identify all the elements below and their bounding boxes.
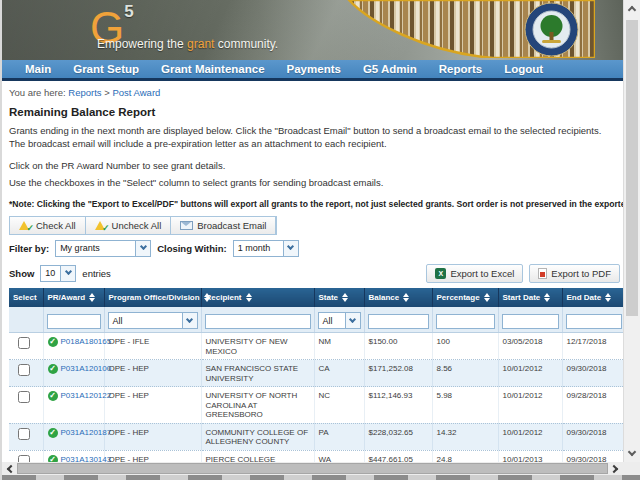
check-all-icon xyxy=(19,220,32,231)
table-filter-row: All All xyxy=(9,307,623,333)
sort-icon[interactable] xyxy=(246,293,252,302)
chevron-down-icon xyxy=(135,241,150,256)
export-to-pdf-button[interactable]: Export to PDF xyxy=(529,264,620,283)
green-check-circle-icon: ✓ xyxy=(48,428,58,438)
nav-reports[interactable]: Reports xyxy=(428,63,493,75)
sort-icon[interactable] xyxy=(605,293,611,302)
percentage-filter-input[interactable] xyxy=(436,314,495,329)
envelope-icon xyxy=(180,221,193,230)
scroll-right-button[interactable] xyxy=(608,466,623,472)
pr-award-filter-input[interactable] xyxy=(47,314,101,329)
filter-by-select[interactable]: My grants xyxy=(55,240,151,257)
breadcrumb-separator: > xyxy=(104,87,110,98)
chevron-right-icon xyxy=(610,464,618,472)
closing-within-select[interactable]: 1 month xyxy=(233,240,299,257)
nav-main[interactable]: Main xyxy=(14,63,62,75)
sort-icon[interactable] xyxy=(403,293,409,302)
recipient-filter-input[interactable] xyxy=(205,314,311,329)
entries-label: entries xyxy=(82,268,111,279)
breadcrumb-link-post-award[interactable]: Post Award xyxy=(112,87,160,98)
header-banner: G5 Empowering the grant community. xyxy=(2,0,623,60)
balance-cell: $150.00 xyxy=(364,333,432,360)
uncheck-all-button[interactable]: Uncheck All xyxy=(86,217,172,234)
pr-award-link[interactable]: P031A130143 xyxy=(61,455,112,462)
breadcrumb-link-reports[interactable]: Reports xyxy=(68,87,101,98)
column-header-end-date[interactable]: End Date xyxy=(562,288,623,307)
scroll-up-button[interactable] xyxy=(624,1,640,16)
column-header-select: Select xyxy=(9,288,43,307)
end-date-filter-input[interactable] xyxy=(566,314,622,329)
balance-cell: $228,032.65 xyxy=(364,423,432,450)
row-checkbox[interactable] xyxy=(18,428,30,440)
sort-icon[interactable] xyxy=(544,293,550,302)
green-check-circle-icon: ✓ xyxy=(48,455,58,462)
export-to-excel-button[interactable]: X Export to Excel xyxy=(426,264,523,283)
program-office-cell: OPE - HEP xyxy=(104,423,201,450)
g5-logo-5: 5 xyxy=(124,2,133,21)
end-date-cell: 09/28/2018 xyxy=(562,387,623,424)
tip-checkboxes: Use the checkboxes in the "Select" colum… xyxy=(9,177,623,188)
select-cell xyxy=(9,360,43,387)
filter-by-label: Filter by: xyxy=(9,243,49,254)
show-label: Show xyxy=(9,268,34,279)
start-date-cell: 10/01/2012 xyxy=(498,360,562,387)
column-header-recipient[interactable]: Recipient xyxy=(201,288,314,307)
row-checkbox[interactable] xyxy=(18,337,30,349)
show-entries-select[interactable]: 10 xyxy=(40,265,76,282)
green-check-circle-icon: ✓ xyxy=(48,337,58,347)
pr-award-link[interactable]: P018A180165 xyxy=(61,337,112,347)
state-cell: PA xyxy=(314,423,364,450)
nav-grant-setup[interactable]: Grant Setup xyxy=(62,63,150,75)
start-date-cell: 10/01/2012 xyxy=(498,423,562,450)
percentage-cell: 24.8 xyxy=(432,450,498,462)
chevron-left-icon xyxy=(7,464,15,472)
pr-award-link[interactable]: P031A120122 xyxy=(61,391,112,401)
nav-grant-maintenance[interactable]: Grant Maintenance xyxy=(150,63,276,75)
pr-award-cell: ✓ P031A120122 xyxy=(43,387,104,424)
scrollbar-corner xyxy=(623,462,640,475)
sort-icon[interactable] xyxy=(89,293,95,302)
column-header-state[interactable]: State xyxy=(314,288,364,307)
row-checkbox[interactable] xyxy=(18,391,30,403)
select-cell xyxy=(9,333,43,360)
page-title: Remaining Balance Report xyxy=(9,106,623,118)
nav-g5-admin[interactable]: G5 Admin xyxy=(352,63,428,75)
sort-icon[interactable] xyxy=(484,293,490,302)
broadcast-email-button[interactable]: Broadcast Email xyxy=(171,217,276,234)
column-header-pr-award[interactable]: PR/Award xyxy=(43,288,104,307)
sort-icon[interactable] xyxy=(342,293,348,302)
start-date-cell: 03/05/2018 xyxy=(498,333,562,360)
state-filter-select[interactable]: All xyxy=(318,312,361,329)
end-date-cell: 09/30/2018 xyxy=(562,450,623,462)
select-cell xyxy=(9,387,43,424)
horizontal-scrollbar[interactable] xyxy=(2,462,623,475)
taskbar-strip xyxy=(2,475,640,480)
check-all-button[interactable]: Check All xyxy=(10,217,86,234)
horizontal-scrollbar-thumb[interactable] xyxy=(17,463,608,474)
pr-award-cell: ✓ P031A120187 xyxy=(43,423,104,450)
nav-logout[interactable]: Logout xyxy=(493,63,554,75)
column-header-percentage[interactable]: Percentage xyxy=(432,288,498,307)
row-checkbox[interactable] xyxy=(18,364,30,376)
chevron-down-icon xyxy=(60,266,75,281)
scroll-down-button[interactable] xyxy=(624,446,640,461)
column-header-program-office[interactable]: Program Office/Division xyxy=(104,288,201,307)
column-header-start-date[interactable]: Start Date xyxy=(498,288,562,307)
start-date-filter-input[interactable] xyxy=(502,314,559,329)
balance-cell: $447,661.05 xyxy=(364,450,432,462)
vertical-scrollbar-thumb[interactable] xyxy=(626,20,638,316)
program-office-filter-select[interactable]: All xyxy=(108,312,198,329)
nav-payments[interactable]: Payments xyxy=(276,63,352,75)
intro-text: Grants ending in the next month are disp… xyxy=(9,124,615,151)
closing-within-label: Closing Within: xyxy=(157,243,227,254)
row-checkbox[interactable] xyxy=(18,455,30,462)
pr-award-link[interactable]: P031A120187 xyxy=(61,428,112,438)
pr-award-link[interactable]: P031A120100 xyxy=(61,364,112,374)
chevron-down-icon xyxy=(345,313,360,328)
vertical-scrollbar[interactable] xyxy=(623,0,640,462)
balance-filter-input[interactable] xyxy=(368,314,429,329)
department-of-education-seal xyxy=(524,2,579,57)
column-header-balance[interactable]: Balance xyxy=(364,288,432,307)
scroll-left-button[interactable] xyxy=(2,466,17,472)
end-date-cell: 12/17/2018 xyxy=(562,333,623,360)
